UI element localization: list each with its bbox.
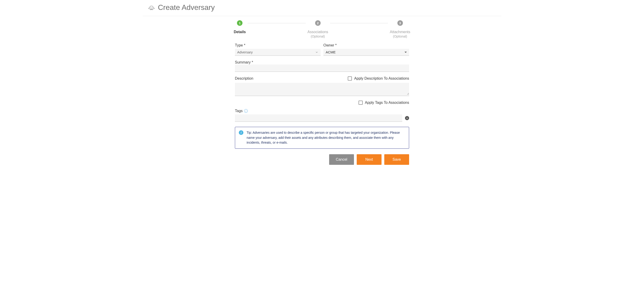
step-details[interactable]: 1 Details: [234, 20, 246, 34]
apply-tags-label[interactable]: Apply Tags To Associations: [365, 101, 409, 105]
adversary-hat-icon: [148, 5, 155, 10]
step-line: [330, 23, 388, 23]
description-label: Description: [235, 76, 253, 81]
step-circle-2: 2: [315, 20, 320, 26]
step-circle-3: 3: [398, 20, 403, 26]
tags-label: Tags: [235, 109, 243, 113]
apply-tags-checkbox[interactable]: [358, 101, 363, 105]
cancel-button[interactable]: Cancel: [329, 154, 354, 165]
next-button[interactable]: Next: [357, 154, 382, 165]
tags-input[interactable]: [235, 114, 402, 121]
owner-value: ACME: [324, 49, 409, 56]
page-title: Create Adversary: [158, 3, 215, 12]
svg-point-0: [150, 9, 151, 10]
type-value: Adversary: [235, 49, 320, 56]
form-area: Type * Adversary Owner * ACME Summary *: [231, 43, 413, 170]
step-associations[interactable]: 2 Associations (Optional): [308, 20, 328, 38]
svg-point-1: [152, 9, 152, 10]
save-button[interactable]: Save: [384, 154, 409, 165]
step-sub-attachments: (Optional): [393, 35, 407, 38]
info-icon[interactable]: i: [244, 109, 248, 113]
step-circle-1: 1: [237, 20, 242, 26]
step-line: [248, 23, 306, 23]
tip-text: Tip: Adversaries are used to describe a …: [246, 130, 405, 145]
tip-box: i Tip: Adversaries are used to describe …: [235, 127, 409, 149]
step-attachments[interactable]: 3 Attachments (Optional): [390, 20, 410, 38]
type-select[interactable]: Adversary: [235, 49, 320, 56]
owner-label: Owner *: [324, 43, 409, 47]
tip-info-icon: i: [239, 130, 244, 135]
step-label-details: Details: [234, 30, 246, 34]
step-label-attachments: Attachments: [390, 30, 410, 34]
button-row: Cancel Next Save: [235, 154, 409, 165]
stepper: 1 Details 2 Associations (Optional) 3 At…: [230, 20, 414, 38]
apply-description-checkbox[interactable]: [348, 76, 352, 81]
description-textarea[interactable]: [235, 83, 409, 95]
step-sub-associations: (Optional): [311, 35, 325, 38]
page-header: Create Adversary: [143, 0, 501, 16]
step-label-associations: Associations: [308, 30, 328, 34]
summary-label: Summary *: [235, 60, 253, 64]
type-label: Type *: [235, 43, 320, 47]
apply-description-label[interactable]: Apply Description To Associations: [354, 76, 409, 81]
owner-select[interactable]: ACME: [324, 49, 409, 56]
summary-input[interactable]: [235, 64, 409, 72]
add-tag-button[interactable]: +: [405, 116, 409, 120]
